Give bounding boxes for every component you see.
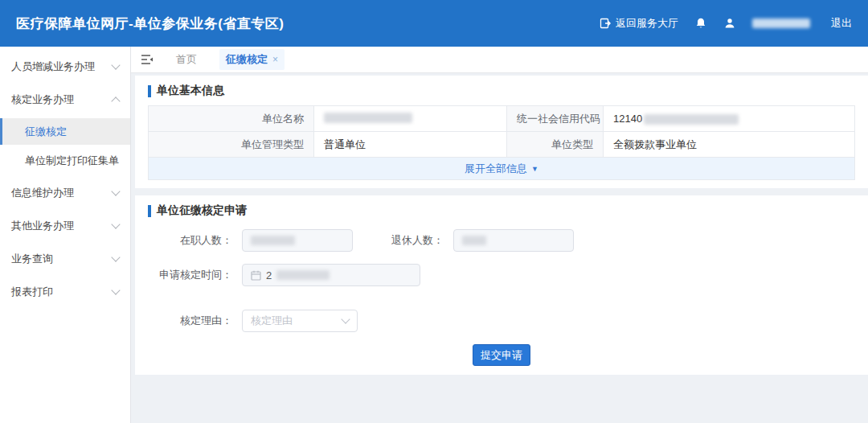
table-row: 单位管理类型 普通单位 单位类型 全额拨款事业单位 [149,132,855,158]
apply-time-label: 申请核定时间： [148,268,232,282]
on-duty-count-label: 在职人数： [148,233,232,248]
sidebar-subitem-collection-verification[interactable]: 征缴核定 [0,118,130,145]
sidebar-item-label: 核定业务办理 [11,92,74,107]
content-area: 单位基本信息 单位名称 统一社会信用代码 12140 单位管理类型 普通单位 [131,73,868,423]
logout-button[interactable]: 退出 [831,16,852,31]
chevron-down-icon [111,253,120,261]
chevron-down-icon [341,314,350,323]
reason-label: 核定理由： [148,314,232,328]
user-icon [723,17,736,30]
apply-time-redacted [276,270,330,280]
body-layout: 人员增减业务办理 核定业务办理 征缴核定 单位制定打印征集单 信息维护办理 其他… [0,47,868,423]
sidebar-subitem-label: 单位制定打印征集单 [25,154,119,168]
section-title-bar [148,205,151,217]
apply-section-title: 单位征缴核定申请 [148,203,855,218]
reason-row: 核定理由： 核定理由 [148,310,855,332]
unit-mgmt-type-label: 单位管理类型 [149,132,314,158]
tab-home[interactable]: 首页 [170,49,203,70]
expand-all-info-label: 展开全部信息 [465,162,527,176]
sidebar-item-personnel-change[interactable]: 人员增减业务办理 [0,50,130,83]
retired-count-redacted [462,236,486,245]
tab-active-label: 征缴核定 [226,52,268,67]
sidebar-subitem-label: 征缴核定 [25,125,67,139]
close-icon[interactable]: × [272,55,278,64]
sidebar-item-other-business[interactable]: 其他业务办理 [0,209,130,242]
tab-collection-verification[interactable]: 征缴核定 × [219,49,285,70]
sidebar-item-label: 业务查询 [11,252,53,266]
credit-code-redacted [644,114,739,125]
unit-type-value: 全额拨款事业单位 [604,132,855,158]
chevron-down-icon [111,187,120,195]
return-icon [600,18,611,29]
chevron-down-icon [111,220,120,228]
unit-name-redacted [324,113,412,123]
calendar-icon [251,270,261,281]
unit-mgmt-type-value: 普通单位 [314,132,507,158]
sidebar-item-info-maintenance[interactable]: 信息维护办理 [0,176,130,209]
tab-bar: 首页 征缴核定 × [131,47,868,73]
top-header: 医疗保障单位网厅-单位参保业务(省直专区) 返回服务大厅 退出 [0,0,868,47]
header-actions: 返回服务大厅 退出 [600,16,852,31]
unit-type-label: 单位类型 [507,132,604,158]
chevron-down-icon [111,285,120,294]
apply-time-row: 申请核定时间： 2 [148,264,855,286]
sidebar-item-business-query[interactable]: 业务查询 [0,242,130,275]
sidebar-item-label: 人员增减业务办理 [11,60,95,74]
main-area: 首页 征缴核定 × 单位基本信息 [131,47,868,423]
reason-select[interactable]: 核定理由 [242,310,358,332]
on-duty-count-input[interactable] [242,229,353,252]
collection-verification-form-panel: 单位征缴核定申请 在职人数： 退休人数： 申请核定时间： [135,195,868,375]
notification-bell-button[interactable] [694,17,707,30]
caret-down-icon: ▼ [531,165,538,173]
basic-info-table: 单位名称 统一社会信用代码 12140 单位管理类型 普通单位 单位类型 全额拨… [148,105,855,158]
expand-all-info-button[interactable]: 展开全部信息 ▼ [148,158,855,180]
return-label: 返回服务大厅 [616,16,678,31]
basic-info-section-title: 单位基本信息 [148,84,855,98]
on-duty-count-redacted [251,236,295,245]
credit-code-prefix: 12140 [613,113,642,125]
retired-count-input[interactable] [453,229,574,252]
bell-icon [694,17,707,30]
page-title: 医疗保障单位网厅-单位参保业务(省直专区) [16,14,284,33]
return-service-hall-button[interactable]: 返回服务大厅 [600,16,678,31]
app-window: 医疗保障单位网厅-单位参保业务(省直专区) 返回服务大厅 退出 [0,0,868,423]
section-title-text: 单位基本信息 [157,84,224,98]
apply-time-input[interactable]: 2 [242,264,420,286]
table-row: 单位名称 统一社会信用代码 12140 [149,106,855,132]
sidebar-item-label: 信息维护办理 [11,186,74,200]
apply-time-prefix: 2 [266,269,272,281]
unit-name-label: 单位名称 [149,106,314,132]
section-title-text: 单位征缴核定申请 [157,203,247,218]
user-account-button[interactable] [723,17,736,30]
credit-code-label: 统一社会信用代码 [507,106,604,132]
sidebar-nav: 人员增减业务办理 核定业务办理 征缴核定 单位制定打印征集单 信息维护办理 其他… [0,47,131,423]
credit-code-value: 12140 [604,106,855,132]
sidebar-item-label: 其他业务办理 [11,219,74,233]
retired-count-label: 退休人数： [359,233,444,248]
sidebar-item-report-print[interactable]: 报表打印 [0,275,130,308]
section-title-bar [148,85,151,97]
unit-basic-info-panel: 单位基本信息 单位名称 统一社会信用代码 12140 单位管理类型 普通单位 [135,76,868,188]
chevron-down-icon [111,60,120,69]
sidebar-item-label: 报表打印 [11,285,53,299]
sidebar-item-verification-business[interactable]: 核定业务办理 [0,83,130,116]
submit-application-button[interactable]: 提交申请 [473,344,530,366]
collapse-menu-icon[interactable] [141,54,154,65]
reason-placeholder: 核定理由 [251,314,293,328]
unit-name-value [314,106,507,132]
headcount-row: 在职人数： 退休人数： [148,229,855,252]
chevron-up-icon [111,97,120,105]
username-redacted [752,18,810,28]
tab-home-label: 首页 [176,52,197,67]
sidebar-subitem-print-collection-form[interactable]: 单位制定打印征集单 [0,147,130,174]
